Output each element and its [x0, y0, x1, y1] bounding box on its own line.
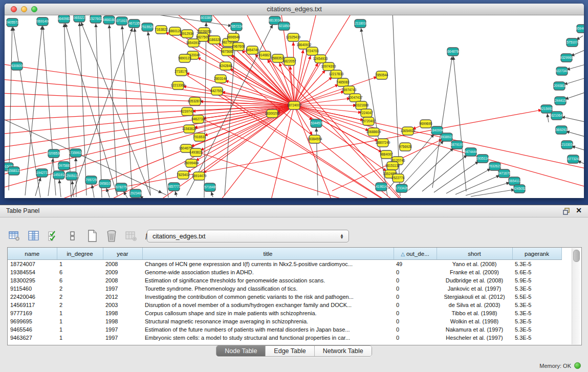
- graph-edge[interactable]: [147, 27, 168, 198]
- table-cell[interactable]: 2008: [103, 276, 142, 285]
- table-cell[interactable]: 9699695: [8, 317, 57, 325]
- graph-edge[interactable]: [434, 159, 483, 192]
- table-cell[interactable]: Tibbo et al. (1998): [437, 309, 512, 317]
- table-cell[interactable]: 5.3E-5: [512, 285, 561, 293]
- table-cell[interactable]: Embryonic stem cells: a model to study s…: [142, 334, 394, 342]
- table-cell[interactable]: 5.3E-5: [512, 301, 561, 309]
- table-cell[interactable]: 2003: [103, 301, 142, 309]
- table-cell[interactable]: 1: [57, 309, 103, 317]
- table-cell[interactable]: 1998: [103, 309, 142, 317]
- graph-edge[interactable]: [294, 105, 584, 187]
- table-row[interactable]: 1830029562008Estimation of significance …: [8, 276, 561, 285]
- table-cell[interactable]: Disruption of a novel member of a sodium…: [142, 301, 394, 309]
- table-cell[interactable]: 5.9E-5: [512, 276, 561, 285]
- table-cell[interactable]: Corpus callosum shape and size in male p…: [142, 309, 394, 317]
- vertical-scrollbar[interactable]: [572, 248, 580, 344]
- table-cell[interactable]: Jankovic et al. (1997): [437, 285, 512, 293]
- tab-network-table[interactable]: Network Table: [315, 346, 372, 356]
- table-cell[interactable]: Nakamura et al. (1997): [437, 325, 512, 334]
- column-header[interactable]: in_degree: [57, 248, 103, 260]
- table-cell[interactable]: 2008: [103, 260, 142, 269]
- citation-network-graph[interactable]: 1872400771638228860128891293423226058982…: [5, 15, 584, 198]
- table-cell[interactable]: Dudbridge et al. (2008): [437, 276, 512, 285]
- new-table-icon[interactable]: [85, 229, 99, 243]
- table-cell[interactable]: 2: [57, 285, 103, 293]
- graph-edge[interactable]: [122, 21, 133, 198]
- network-window[interactable]: citations_edges.txt 18724007716382288601…: [5, 4, 584, 198]
- table-cell[interactable]: 1997: [103, 325, 142, 334]
- table-cell[interactable]: 0: [394, 276, 437, 285]
- tab-node-table[interactable]: Node Table: [216, 346, 266, 356]
- table-row[interactable]: 2242004622012Investigating the contribut…: [8, 293, 561, 301]
- graph-edge[interactable]: [446, 166, 495, 193]
- graph-edge[interactable]: [79, 18, 86, 195]
- table-cell[interactable]: 22420046: [8, 293, 57, 301]
- table-row[interactable]: 969969511998Structural magnetic resonanc…: [8, 317, 561, 325]
- table-cell[interactable]: 1: [57, 260, 103, 269]
- table-cell[interactable]: 9115460: [8, 285, 57, 293]
- table-row[interactable]: 911546021997Tourette syndrome. Phenomeno…: [8, 285, 561, 293]
- table-cell[interactable]: 18724007: [8, 260, 57, 269]
- table-cell[interactable]: Hescheler et al. (1997): [437, 334, 512, 342]
- table-cell[interactable]: 1: [57, 317, 103, 325]
- table-cell[interactable]: Tourette syndrome. Phenomenology and cla…: [142, 285, 394, 293]
- table-cell[interactable]: 5.6E-5: [512, 268, 561, 276]
- table-cell[interactable]: 18300295: [8, 276, 57, 285]
- graph-edge[interactable]: [134, 24, 150, 195]
- table-cell[interactable]: Changes of HCN gene expression and I(f) …: [142, 260, 394, 269]
- table-cell[interactable]: 2: [57, 293, 103, 301]
- table-row[interactable]: 1938455462009Genome-wide association stu…: [8, 268, 561, 276]
- graph-edge[interactable]: [432, 52, 453, 188]
- network-canvas[interactable]: 1872400771638228860128891293423226058982…: [5, 15, 584, 198]
- table-cell[interactable]: 1998: [103, 317, 142, 325]
- column-header[interactable]: short: [437, 248, 512, 260]
- table-cell[interactable]: 2012: [103, 293, 142, 301]
- table-cell[interactable]: 1997: [103, 285, 142, 293]
- column-header[interactable]: title: [142, 248, 394, 260]
- delete-table-icon[interactable]: [104, 229, 119, 243]
- table-cell[interactable]: 1: [57, 334, 103, 342]
- column-header[interactable]: name: [8, 248, 57, 260]
- rows-icon[interactable]: [66, 229, 80, 243]
- table-row[interactable]: 946362711997Embryonic stem cells: a mode…: [8, 334, 561, 342]
- table-cell[interactable]: 5.3E-5: [512, 325, 561, 334]
- table-cell[interactable]: 1997: [103, 334, 142, 342]
- select-rows-icon[interactable]: [46, 229, 60, 243]
- float-panel-icon[interactable]: [562, 207, 571, 215]
- memory-status-indicator[interactable]: [574, 362, 581, 369]
- graph-edge[interactable]: [316, 123, 318, 195]
- graph-edge[interactable]: [453, 52, 466, 191]
- table-cell[interactable]: 9777169: [8, 309, 57, 317]
- graph-edge[interactable]: [64, 19, 71, 198]
- table-cell[interactable]: 0: [394, 301, 437, 309]
- table-cell[interactable]: Franke et al. (2009): [437, 268, 512, 276]
- column-header[interactable]: pagerank: [512, 248, 561, 260]
- table-row[interactable]: 977716911998Corpus callosum shape and si…: [8, 309, 561, 317]
- table-selector-dropdown[interactable]: citations_edges.txt ▲▼: [147, 230, 349, 243]
- table-cell[interactable]: Estimation of the future numbers of pati…: [142, 325, 394, 334]
- table-cell[interactable]: 0: [394, 334, 437, 342]
- table-cell[interactable]: Estimation of significance thresholds fo…: [142, 276, 394, 285]
- close-panel-icon[interactable]: ✕: [576, 206, 582, 214]
- graph-edge[interactable]: [5, 105, 294, 106]
- column-header[interactable]: △out_de...: [394, 248, 437, 260]
- tab-edge-table[interactable]: Edge Table: [266, 346, 314, 356]
- table-cell[interactable]: 9463627: [8, 334, 57, 342]
- table-cell[interactable]: Stergiakouli et al. (2012): [437, 293, 512, 301]
- table-cell[interactable]: 2009: [103, 268, 142, 276]
- table-cell[interactable]: 6: [57, 268, 103, 276]
- column-header[interactable]: year: [103, 248, 142, 260]
- table-cell[interactable]: 0: [394, 268, 437, 276]
- table-cell[interactable]: 0: [394, 293, 437, 301]
- table-cell[interactable]: de Silva et al. (2003): [437, 301, 512, 309]
- table-cell[interactable]: 0: [394, 317, 437, 325]
- table-cell[interactable]: 0: [394, 325, 437, 334]
- table-cell[interactable]: Wolkin et al. (1998): [437, 317, 512, 325]
- table-cell[interactable]: 0: [394, 309, 437, 317]
- table-cell[interactable]: Investigating the contribution of common…: [142, 293, 394, 301]
- table-cell[interactable]: Structural magnetic resonance image aver…: [142, 317, 394, 325]
- table-cell[interactable]: Yano et al. (2008): [437, 260, 512, 269]
- table-cell[interactable]: 9465546: [8, 325, 57, 334]
- table-cell[interactable]: 5.3E-5: [512, 309, 561, 317]
- table-cell[interactable]: 19384554: [8, 268, 57, 276]
